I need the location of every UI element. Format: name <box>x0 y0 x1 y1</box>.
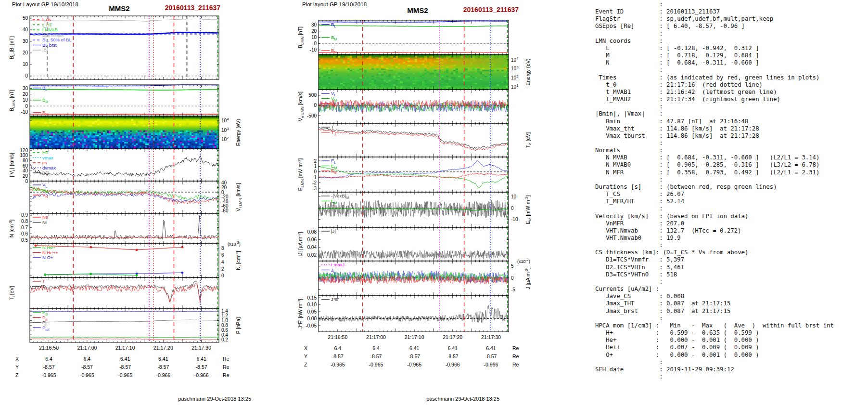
table-cell: 6.41 <box>158 356 168 362</box>
table-cell: 6.41 <box>120 356 130 362</box>
svg-text:0.02: 0.02 <box>307 252 317 258</box>
svg-text:|J|: |J| <box>331 228 336 234</box>
svg-text:-500: -500 <box>307 113 317 118</box>
svg-text:0.00: 0.00 <box>307 316 317 321</box>
table-cell: -0.966 <box>156 372 170 378</box>
svg-text:0.5: 0.5 <box>21 237 28 243</box>
svg-text:N He++: N He++ <box>42 250 58 255</box>
table-cell: -0.965 <box>118 372 132 378</box>
svg-text:0.8: 0.8 <box>21 219 28 224</box>
svg-text:-5: -5 <box>511 287 515 292</box>
svg-text:J [µA m-2​]: J [µA m-2​] <box>524 267 531 289</box>
svg-text:0.8: 0.8 <box>221 323 228 328</box>
svg-text:N [cm-3​]: N [cm-3​] <box>8 220 14 238</box>
svg-text:HT: HT <box>42 150 49 155</box>
svg-text:40: 40 <box>23 27 28 32</box>
panel-jmag: |J|0.020.040.060.08|J| [µA m-2​] <box>298 227 509 261</box>
svg-text:1: 1 <box>314 164 317 169</box>
table-cell: 6.41 <box>196 356 206 362</box>
svg-text:0.08: 0.08 <box>307 229 317 235</box>
svg-text:T⊥​: T⊥​ <box>42 284 48 290</box>
svg-text:103​: 103​ <box>221 127 229 133</box>
svg-text:21:17:00: 21:17:00 <box>77 345 97 351</box>
table-row-label: Y <box>15 364 19 370</box>
table-unit: Re <box>223 364 230 370</box>
svg-text:Ni​ [cm-3​]: Ni​ [cm-3​] <box>235 251 243 270</box>
svg-text:0: 0 <box>221 273 224 278</box>
svg-text:J*E' [nW m-3​]: J*E' [nW m-3​] <box>298 299 303 329</box>
svg-text:T: T <box>331 124 334 130</box>
table-cell: -8.57 <box>370 353 382 359</box>
svg-text:5: 5 <box>511 263 514 269</box>
svg-text:0: 0 <box>314 103 317 108</box>
panel-pressure: PB​Pp​Ph​Ptot​0.20.40.60.81.01.21.4P [nP… <box>30 308 241 342</box>
table-cell: -8.57 <box>81 364 93 370</box>
panel-ti: TT⊥​Ti​ [eV] <box>9 277 219 309</box>
svg-text:|Vi​|: |Vi​| <box>42 170 49 177</box>
panel-ion-spec: 102​103​104​Energy (eV) <box>30 116 241 149</box>
table-cell: -8.57 <box>196 364 207 370</box>
svg-text:10: 10 <box>23 97 28 103</box>
svg-text:Ni: Ni <box>42 220 47 225</box>
svg-text:80: 80 <box>23 158 28 163</box>
table-cell: 6.41 <box>486 345 496 351</box>
svg-text:120: 120 <box>20 148 28 153</box>
table-unit: Re <box>223 356 230 362</box>
table-cell: -0.965 <box>369 362 383 367</box>
panel-blmn: BL​BM​BN​-100102030BLMN​ [nT] <box>9 85 219 117</box>
svg-text:21:17:30: 21:17:30 <box>191 345 211 351</box>
table-cell: 6.41 <box>447 345 458 351</box>
svg-text:-3: -3 <box>312 186 317 191</box>
svg-text:ELMN​ [mV m-1​]: ELMN​ [mV m-1​] <box>298 158 305 191</box>
svg-text:21:17:10: 21:17:10 <box>405 334 424 340</box>
svg-text:10: 10 <box>23 62 28 67</box>
panel-jdote: J*E'0.150.100.050.00-0.05J*E' [nW m-3​] <box>298 295 509 332</box>
svg-text:30: 30 <box>311 22 317 27</box>
svg-text:t MVAB: t MVAB <box>42 27 58 32</box>
svg-text:102​: 102​ <box>511 74 518 80</box>
svg-text:-1: -1 <box>312 175 317 180</box>
svg-text:101​: 101​ <box>511 83 518 90</box>
svg-text:0.04: 0.04 <box>307 245 317 250</box>
table-row-label: X <box>304 345 307 351</box>
svg-text:50: 50 <box>23 15 28 21</box>
panel-vi-mag: HTvmaxcsdvmax|Vi​|020406080100120| Vi​ |… <box>9 148 219 184</box>
svg-text:40: 40 <box>23 168 28 173</box>
svg-text:BM​: BM​ <box>42 97 48 104</box>
svg-text:0.6: 0.6 <box>221 327 228 333</box>
svg-text:104​: 104​ <box>221 117 229 123</box>
svg-text:0: 0 <box>511 206 514 211</box>
table-cell: -0.966 <box>484 362 498 367</box>
table-cell: -8.57 <box>408 353 420 359</box>
table-cell: -0.965 <box>42 372 56 378</box>
svg-text:EM​ [mW m-2​]: EM​ [mW m-2​] <box>524 195 532 224</box>
svg-text:Energy (eV): Energy (eV) <box>525 58 531 85</box>
svg-text:100: 100 <box>20 153 28 158</box>
event-info-text: : Event ID : 20160113_211637 FlagStr : s… <box>595 1 834 380</box>
table-cell: 6.4 <box>334 345 341 351</box>
table-cell: -8.57 <box>43 364 55 370</box>
panel-elmn: EL​EM​EN​210-1-2-3ELMN​ [mV m-1​] <box>298 157 509 192</box>
svg-text:21:17:00: 21:17:00 <box>366 334 386 340</box>
svg-text:102​: 102​ <box>221 136 229 142</box>
svg-text:Ti​ [eV]: Ti​ [eV] <box>9 286 16 300</box>
table-cell: 6.4 <box>45 356 52 362</box>
svg-text:BM​: BM​ <box>331 35 337 41</box>
svg-text:500: 500 <box>308 92 317 98</box>
svg-text:1.2: 1.2 <box>221 313 228 318</box>
svg-text:21:17:20: 21:17:20 <box>153 345 173 351</box>
table-cell: 6.4 <box>84 356 91 362</box>
svg-text:21:17:10: 21:17:10 <box>115 345 135 351</box>
svg-text:Te​ [eV]: Te​ [eV] <box>525 132 532 148</box>
svg-text:-10: -10 <box>511 217 518 222</box>
svg-text:Ne: Ne <box>42 214 48 220</box>
svg-text:21:16:50: 21:16:50 <box>328 334 347 340</box>
table-unit: Re <box>512 362 519 367</box>
app: Plot Layout GP 19/10/2018 MMS2 20160113_… <box>0 0 868 405</box>
svg-text:10: 10 <box>311 35 317 40</box>
svg-text:cs: cs <box>42 160 47 165</box>
svg-text:0.4: 0.4 <box>221 332 228 338</box>
panel-n-density: NeNi0.50.60.70.80.9N [cm-3​] <box>8 212 219 244</box>
svg-text:10: 10 <box>511 194 517 199</box>
svg-text:Vi LMN​ [km/s]: Vi LMN​ [km/s] <box>235 183 243 211</box>
